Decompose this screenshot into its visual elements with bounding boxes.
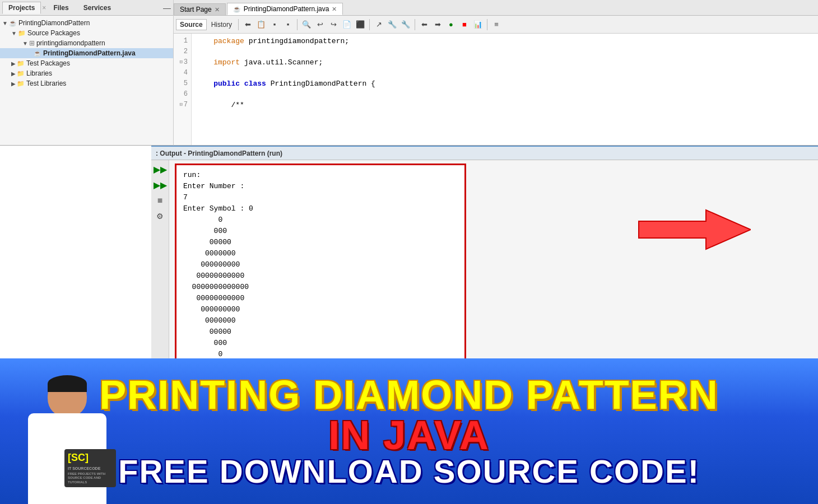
panel-close-btn[interactable]: —: [163, 3, 171, 12]
expand-arrow-src: ▼: [11, 30, 17, 36]
toolbar-icon-11[interactable]: 🔧: [399, 18, 412, 31]
line-4: 4: [174, 68, 191, 78]
banner-title-2: IN JAVA: [328, 415, 489, 455]
source-packages-icon: 📁: [18, 30, 26, 37]
output-diamond-11: 00000: [183, 326, 458, 338]
banner-title-1: PRINTING DIAMOND PATTERN: [99, 375, 718, 415]
tree-source-packages[interactable]: ▼ 📁 Source Packages: [0, 28, 173, 38]
code-line-4: [196, 68, 814, 78]
line-7: ⊟7: [174, 100, 191, 110]
line-3: ⊟3: [174, 57, 191, 68]
code-area: 1 2 ⊟3 4 5 6 ⊟7 package printingdiamondp…: [174, 34, 818, 145]
java-file-icon: ☕: [34, 50, 41, 57]
expand-arrow-pkg: ▼: [22, 40, 28, 46]
editor-tabs-bar: Start Page ✕ ☕ PrintingDiamondPattern.ja…: [174, 0, 818, 16]
code-line-6: [196, 89, 814, 100]
project-name: PrintingDiamondPattern: [18, 19, 90, 27]
package-name: printingdiamondpattern: [36, 39, 105, 47]
toolbar-icon-3[interactable]: ▪: [268, 18, 281, 31]
code-line-7: /**: [196, 100, 814, 110]
tree-test-packages[interactable]: ▶ 📁 Test Packages: [0, 58, 173, 68]
toolbar-icon-4[interactable]: ▪: [282, 18, 294, 31]
output-diamond-1: 0: [183, 214, 458, 226]
tree-content: ▼ ☕ PrintingDiamondPattern ▼ 📁 Source Pa…: [0, 16, 173, 91]
start-page-label: Start Page: [180, 6, 212, 13]
output-header: : Output - PrintingDiamondPattern (run): [151, 147, 818, 160]
project-panel: Projects × Files Services — ▼ ☕ Printing…: [0, 0, 174, 146]
tab-files[interactable]: Files: [47, 2, 75, 14]
line-numbers: 1 2 ⊟3 4 5 6 ⊟7: [174, 34, 192, 145]
toolbar-stop[interactable]: ■: [458, 18, 471, 31]
collapse-3[interactable]: ⊟: [179, 57, 182, 68]
svg-marker-0: [639, 210, 751, 249]
tab-start-page[interactable]: Start Page ✕: [174, 3, 226, 15]
output-diamond-10: 0000000: [183, 315, 458, 326]
toolbar-icon-5[interactable]: ↩: [314, 18, 326, 31]
java-tab-close[interactable]: ✕: [332, 6, 337, 13]
test-libraries-label: Test Libraries: [26, 80, 66, 87]
ide-area: Projects × Files Services — ▼ ☕ Printing…: [0, 0, 818, 146]
expand-arrow-testlib: ▶: [11, 81, 16, 87]
tree-package[interactable]: ▼ ⊞ printingdiamondpattern: [0, 38, 173, 48]
output-diamond-9: 000000000: [183, 304, 458, 315]
tree-root[interactable]: ▼ ☕ PrintingDiamondPattern: [0, 18, 173, 28]
output-bordered-box: run: Enter Number : 7 Enter Symbol : 0 0…: [175, 164, 466, 364]
expand-arrow-lib: ▶: [11, 71, 16, 77]
collapse-7[interactable]: ⊟: [179, 100, 182, 110]
arrow-container: [628, 207, 751, 254]
package-icon: ⊞: [29, 39, 35, 47]
toolbar-run[interactable]: ●: [445, 18, 457, 31]
output-run-btn[interactable]: ▶▶: [154, 162, 167, 176]
toolbar-icon-12[interactable]: ⬅: [418, 18, 430, 31]
panel-tabs: Projects × Files Services —: [0, 0, 173, 16]
line-6: 6: [174, 89, 191, 100]
toolbar-icon-8[interactable]: ⬛: [354, 18, 366, 31]
toolbar-icon-9[interactable]: ↗: [373, 18, 385, 31]
source-btn[interactable]: Source: [176, 19, 207, 30]
project-icon: ☕: [9, 20, 17, 27]
logo-text1: IT SOURCECODE: [68, 466, 100, 470]
output-num-val: 7: [183, 192, 458, 203]
output-diamond-6: 00000000000: [183, 270, 458, 282]
toolbar-search[interactable]: 🔍: [300, 18, 313, 31]
output-panel: : Output - PrintingDiamondPattern (run) …: [151, 146, 818, 364]
java-tab-icon: ☕: [233, 6, 241, 13]
toolbar-icon-10[interactable]: 🔧: [386, 18, 398, 31]
test-packages-icon: 📁: [17, 60, 25, 67]
tab-sep1: ×: [42, 4, 46, 12]
output-stop-btn[interactable]: ■: [154, 194, 167, 207]
output-enter-sym: Enter Symbol : 0: [183, 203, 458, 214]
output-enter-num: Enter Number :: [183, 181, 458, 192]
tree-test-libraries[interactable]: ▶ 📁 Test Libraries: [0, 78, 173, 88]
test-libraries-icon: 📁: [17, 80, 25, 87]
output-run-label: run:: [183, 170, 458, 181]
output-diamond-4: 0000000: [183, 248, 458, 259]
toolbar-icon-7[interactable]: 📄: [341, 18, 353, 31]
toolbar-icon-14[interactable]: 📊: [472, 18, 484, 31]
person-figure: [SC] IT SOURCECODE FREE PROJECTS WITH SO…: [17, 375, 118, 504]
output-config-btn[interactable]: ⚙: [154, 209, 167, 223]
expand-arrow-test: ▶: [11, 60, 16, 67]
tab-java-file[interactable]: ☕ PrintingDiamondPattern.java ✕: [227, 3, 343, 15]
output-content: run: Enter Number : 7 Enter Symbol : 0 0…: [169, 160, 818, 364]
toolbar-icon-1[interactable]: ⬅: [241, 18, 254, 31]
tree-libraries[interactable]: ▶ 📁 Libraries: [0, 68, 173, 78]
output-diamond-3: 00000: [183, 237, 458, 248]
toolbar-icon-15[interactable]: ≡: [490, 18, 503, 31]
code-line-2: [196, 46, 814, 57]
toolbar-icon-13[interactable]: ➡: [431, 18, 444, 31]
tree-java-file[interactable]: ☕ PrintingDiamondPattern.java: [0, 48, 173, 58]
tab-projects[interactable]: Projects: [2, 2, 41, 14]
code-content[interactable]: package printingdiamondpattern; import j…: [192, 34, 818, 145]
toolbar-icon-6[interactable]: ↪: [327, 18, 340, 31]
history-btn[interactable]: History: [208, 20, 235, 30]
toolbar-icon-2[interactable]: 📋: [255, 18, 267, 31]
java-tab-label: PrintingDiamondPattern.java: [244, 5, 329, 13]
output-run2-btn[interactable]: ▶▶: [154, 178, 167, 192]
output-diamond-8: 00000000000: [183, 293, 458, 304]
logo-badge: [SC] IT SOURCECODE FREE PROJECTS WITH SO…: [64, 449, 116, 487]
tab-services[interactable]: Services: [77, 2, 117, 14]
toolbar-sep1: [238, 19, 239, 30]
line-2: 2: [174, 46, 191, 57]
start-page-close[interactable]: ✕: [215, 6, 220, 13]
